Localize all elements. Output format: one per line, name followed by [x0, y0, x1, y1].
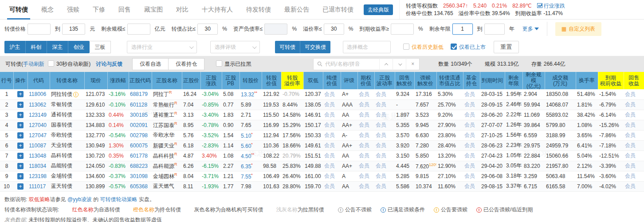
feedback-link[interactable]: 讨论与反馈 — [96, 60, 122, 68]
cell-conv-price[interactable]: 13.32** — [240, 89, 262, 99]
cell-pure-debt-value[interactable]: 会员 — [323, 171, 341, 181]
custom-columns-button[interactable]: ▦自定义列表 — [555, 22, 601, 36]
cell-stock-code[interactable]: 301098 — [129, 171, 152, 181]
strategy-link[interactable]: 可转债轮动策略 — [100, 196, 137, 202]
cell-stock-code[interactable]: 605368 — [129, 181, 152, 191]
cell-action[interactable]: + — [13, 181, 27, 191]
cell-put-return[interactable]: 会员 — [624, 171, 644, 181]
nav-tab-4[interactable]: 回售 — [112, 0, 137, 20]
cell-put-return[interactable]: 会员 — [624, 140, 644, 151]
cell-option-value[interactable]: 会员 — [357, 110, 374, 120]
column-header-stock-change[interactable]: 正股 涨跌 — [200, 72, 222, 89]
cell-bond-code[interactable]: 113062 — [27, 99, 50, 110]
ratio-input[interactable] — [197, 24, 218, 35]
cell-volatility[interactable]: 会员 — [374, 89, 395, 99]
classic-version-button[interactable]: 去经典版 — [364, 4, 393, 15]
cell-pure-debt-value[interactable]: 会员 — [323, 120, 341, 130]
column-header-conv-price[interactable]: 转股价 — [240, 72, 262, 89]
nav-tab-2[interactable]: 强赎 — [60, 0, 86, 20]
column-header-stock-name[interactable]: 正股名称 — [152, 72, 182, 89]
cell-put-return[interactable]: 会员 — [624, 130, 644, 140]
cell-action[interactable]: + — [13, 130, 27, 140]
nav-tab-9[interactable]: 最新公告 — [278, 0, 316, 20]
cell-action[interactable]: + — [13, 120, 27, 130]
auto-refresh-checkbox[interactable] — [48, 60, 54, 67]
cell-volatility[interactable]: 会员 — [374, 171, 395, 181]
years-from-input[interactable] — [452, 24, 473, 35]
cell-bond-code[interactable]: 123149 — [27, 110, 50, 120]
nav-tab-3[interactable]: 下修 — [86, 0, 112, 20]
add-to-watchlist-icon[interactable]: + — [17, 132, 24, 139]
concept-input[interactable] — [343, 41, 391, 53]
add-to-watchlist-icon[interactable]: + — [17, 183, 24, 190]
cell-conv-price[interactable]: 7.55* — [240, 171, 262, 181]
cell-option-value[interactable]: 会员 — [357, 130, 374, 140]
cell-pure-debt-value[interactable]: 会员 — [323, 130, 341, 140]
debt-ratio-input[interactable] — [264, 24, 287, 35]
cell-put-return[interactable]: 会员 — [624, 120, 644, 130]
cell-option-value[interactable]: 会员 — [357, 89, 374, 99]
bond-type-button-1[interactable]: 可交换债 — [300, 41, 330, 53]
column-header-put-trigger[interactable]: 回售 触发价 — [395, 72, 414, 89]
nav-tab-6[interactable]: 对比 — [169, 0, 195, 20]
cell-put-return[interactable]: 会员 — [624, 161, 644, 171]
column-header-bond-code[interactable]: 代码 — [27, 72, 50, 89]
search-prev-button[interactable] — [379, 58, 393, 70]
reset-button[interactable]: 重置 — [494, 41, 519, 53]
industry-change-link[interactable]: 行业涨跌 — [537, 2, 565, 10]
add-to-watchlist-icon[interactable]: + — [17, 112, 24, 118]
cell-volatility[interactable]: 会员 — [374, 181, 395, 191]
cell-bond-code[interactable]: 118006 — [27, 89, 50, 99]
column-header-conv-value[interactable]: 转股 价值 — [262, 72, 281, 89]
search-next-button[interactable] — [393, 58, 406, 70]
history-low-checkbox[interactable] — [403, 44, 409, 50]
cell-pure-debt-value[interactable]: 会员 — [323, 181, 341, 191]
cell-bond-code[interactable]: 110087 — [27, 140, 50, 151]
add-to-watchlist-icon[interactable]: + — [17, 153, 24, 159]
board-button-3[interactable]: 创业 — [68, 41, 90, 53]
add-to-watchlist-icon[interactable]: + — [17, 91, 24, 97]
nav-tab-8[interactable]: 待发转债 — [240, 0, 278, 20]
column-header-ytm-pretax[interactable]: 到期 税前收益 — [598, 72, 624, 89]
search-clear-button[interactable]: × — [406, 58, 419, 70]
cell-stock-code[interactable]: 688223 — [129, 161, 152, 171]
cell-volatility[interactable]: 会员 — [374, 110, 395, 120]
industry-select[interactable]: 选择行业 — [127, 41, 197, 53]
cell-volatility[interactable]: 会员 — [374, 120, 395, 130]
cell-pure-debt-value[interactable]: 会员 — [323, 140, 341, 151]
cell-bond-code[interactable]: 127040 — [27, 120, 50, 130]
cell-bond-code[interactable]: 118034 — [27, 161, 50, 171]
cell-fund-holding[interactable]: 会员 — [463, 89, 480, 99]
cell-action[interactable]: + — [13, 99, 27, 110]
premium-input[interactable] — [324, 24, 344, 35]
cell-volatility[interactable]: 会员 — [374, 151, 395, 161]
column-header-row-index[interactable]: 行号 — [0, 72, 13, 89]
cell-stock-code[interactable]: 688179 — [129, 89, 152, 99]
cell-fund-holding[interactable]: 会员 — [463, 151, 480, 161]
more-filters-link[interactable]: 更多 — [522, 25, 539, 33]
board-button-2[interactable]: 深主 — [47, 41, 68, 53]
price-from-input[interactable] — [27, 24, 51, 35]
column-header-pure-debt-value[interactable]: 纯债 价值 — [323, 72, 341, 89]
column-header-put-return[interactable]: 回售 收益 — [624, 72, 644, 89]
cell-fund-holding[interactable]: 会员 — [463, 99, 480, 110]
column-header-turnover-rate[interactable]: 换手率 — [576, 72, 598, 89]
cell-fund-holding[interactable]: 会员 — [463, 110, 480, 120]
cell-fund-holding[interactable]: 会员 — [463, 181, 480, 191]
cell-stock-code[interactable]: 600075 — [129, 140, 152, 151]
cell-put-return[interactable]: 会员 — [624, 110, 644, 120]
cell-action[interactable]: + — [13, 171, 27, 181]
listed-checkbox[interactable] — [451, 44, 457, 50]
holdings-only-button[interactable]: 仅看持仓 — [169, 58, 204, 70]
add-to-watchlist-icon[interactable]: + — [17, 122, 24, 128]
nav-tab-0[interactable]: 可转债 — [3, 0, 35, 20]
cell-action[interactable]: + — [13, 151, 27, 161]
cell-option-value[interactable]: 会员 — [357, 151, 374, 161]
cell-volatility[interactable]: 会员 — [374, 161, 395, 171]
search-input[interactable]: 代码/名称/拼音 — [314, 60, 379, 68]
manual-refresh-link[interactable]: 手动刷新 — [23, 61, 44, 67]
blacklist-checkbox[interactable] — [216, 60, 222, 67]
board-button-1[interactable]: 科创 — [26, 41, 47, 53]
nav-tab-7[interactable]: 十大持有人 — [195, 0, 240, 20]
cell-action[interactable]: + — [13, 89, 27, 99]
